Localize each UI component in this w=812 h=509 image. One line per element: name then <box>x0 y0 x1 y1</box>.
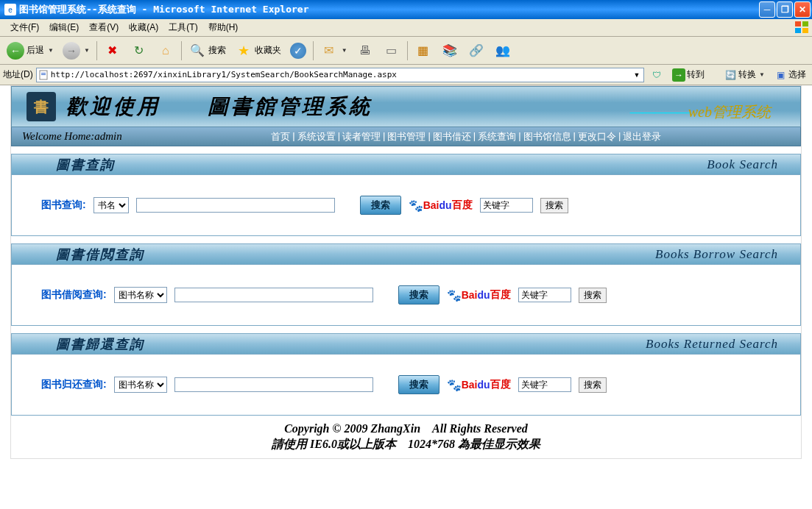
convert-label: 转换 <box>738 68 756 81</box>
section-title-en: Book Search <box>707 157 778 172</box>
tool-btn-1[interactable]: ▦ <box>411 40 436 62</box>
section-title-en: Books Returned Search <box>646 337 778 352</box>
borrow-search-input[interactable] <box>174 288 373 302</box>
welcome-text: Welcome Home:admin <box>12 130 133 143</box>
close-button[interactable]: ✕ <box>794 1 811 18</box>
windows-flag-icon <box>794 21 809 34</box>
return-search-type-select[interactable]: 图书名称 <box>114 377 167 393</box>
svg-rect-6 <box>41 74 46 75</box>
books-icon: 📚 <box>441 42 459 60</box>
select-button[interactable]: ▣ 选择 <box>771 68 809 82</box>
baidu-logo-icon: 🐾Baidu百度 <box>447 288 511 302</box>
baidu-keyword-input[interactable] <box>480 198 533 213</box>
baidu-search-button[interactable]: 搜索 <box>540 198 568 213</box>
chevron-down-icon: ▼ <box>48 47 54 54</box>
mail-button[interactable]: ✉▼ <box>317 40 351 62</box>
return-search-button[interactable]: 搜索 <box>398 375 439 394</box>
menu-bar: 文件(F) 编辑(E) 查看(V) 收藏(A) 工具(T) 帮助(H) <box>0 19 812 37</box>
section-title-cn: 圖書借閲查詢 <box>56 246 144 263</box>
separator <box>96 41 97 60</box>
nav-reader-manage[interactable]: 读者管理 <box>342 130 381 143</box>
tool-btn-3[interactable]: 🔗 <box>464 40 489 62</box>
main-nav: Welcome Home:admin 首页| 系统设置| 读者管理| 图书管理|… <box>11 127 801 146</box>
book-search-label: 图书查询: <box>41 199 86 212</box>
history-button[interactable]: ✓ <box>286 40 310 61</box>
page-icon: ▦ <box>414 42 432 60</box>
print-icon: 🖶 <box>356 42 374 60</box>
borrow-search-label: 图书借阅查询: <box>41 288 107 302</box>
svg-rect-0 <box>795 21 801 26</box>
baidu-search-button[interactable]: 搜索 <box>579 288 607 303</box>
menu-favorites[interactable]: 收藏(A) <box>124 20 163 35</box>
back-button[interactable]: ← 后退 ▼ <box>3 40 57 62</box>
nav-system-query[interactable]: 系统查询 <box>478 130 516 143</box>
nav-book-manage[interactable]: 图书管理 <box>387 130 426 143</box>
go-button[interactable]: → 转到 <box>669 68 707 82</box>
book-search-button[interactable]: 搜索 <box>360 196 401 215</box>
tool-btn-2[interactable]: 📚 <box>437 40 462 62</box>
address-input[interactable] <box>51 70 632 79</box>
baidu-search-button[interactable]: 搜索 <box>579 377 607 393</box>
convert-button[interactable]: 🔄 转换 ▼ <box>721 68 768 82</box>
favorites-label: 收藏夹 <box>255 44 281 57</box>
forward-button[interactable]: → ▼ <box>59 40 93 62</box>
nav-logout[interactable]: 退出登录 <box>623 130 661 143</box>
address-bar: 地址(D) ▼ 🛡 → 转到 🔄 转换 ▼ ▣ 选择 <box>0 65 812 85</box>
page-content-area: 書 歡迎使用 圖書館管理系統 —————web管理系统 Welcome Home… <box>0 85 812 509</box>
borrow-search-button[interactable]: 搜索 <box>398 285 439 305</box>
toolbar-search-button[interactable]: 🔍 搜索 <box>185 40 230 62</box>
menu-file[interactable]: 文件(F) <box>6 20 43 35</box>
nav-home[interactable]: 首页 <box>271 130 290 143</box>
menu-tools[interactable]: 工具(T) <box>164 20 202 35</box>
refresh-button[interactable]: ↻ <box>127 40 152 62</box>
minimize-button[interactable]: ─ <box>759 1 775 18</box>
separator <box>181 41 182 60</box>
maximize-button[interactable]: ❐ <box>777 1 793 18</box>
print-button[interactable]: 🖶 <box>353 40 378 62</box>
baidu-logo-icon: 🐾Baidu百度 <box>447 378 511 392</box>
svg-rect-2 <box>795 28 801 33</box>
baidu-logo-icon: 🐾Baidu百度 <box>409 199 473 213</box>
nav-library-info[interactable]: 图书馆信息 <box>523 130 571 143</box>
address-dropdown[interactable]: ▼ <box>632 71 642 79</box>
search-icon: 🔍 <box>188 42 206 60</box>
stop-button[interactable]: ✖ <box>100 40 125 62</box>
return-search-label: 图书归还查询: <box>41 378 107 391</box>
forward-icon: → <box>63 42 80 60</box>
window-title: 图书馆管理系统--系统查询 - Microsoft Internet Explo… <box>19 3 308 16</box>
menu-edit[interactable]: 编辑(E) <box>45 20 83 35</box>
home-button[interactable]: ⌂ <box>153 40 178 62</box>
menu-help[interactable]: 帮助(H) <box>204 20 243 35</box>
baidu-keyword-input[interactable] <box>518 377 571 392</box>
menu-view[interactable]: 查看(V) <box>85 20 123 35</box>
nav-book-lend[interactable]: 图书借还 <box>433 130 471 143</box>
baidu-keyword-input[interactable] <box>518 288 571 302</box>
toolbar-favorites-button[interactable]: ★ 收藏夹 <box>231 40 285 62</box>
stop-icon: ✖ <box>104 42 121 60</box>
search-label: 搜索 <box>208 44 226 57</box>
go-label: 转到 <box>687 68 705 81</box>
book-search-type-select[interactable]: 书名 <box>93 197 129 213</box>
svg-rect-3 <box>802 28 808 33</box>
messenger-icon: 👥 <box>494 42 512 60</box>
back-icon: ← <box>7 42 24 60</box>
select-label: 选择 <box>788 68 806 81</box>
nav-system-settings[interactable]: 系统设置 <box>297 130 336 143</box>
messenger-button[interactable]: 👥 <box>490 40 515 62</box>
link-icon: 🔗 <box>467 42 485 60</box>
chevron-down-icon: ▼ <box>342 47 347 54</box>
borrow-search-type-select[interactable]: 图书名称 <box>114 287 167 303</box>
shield-button[interactable]: 🛡 <box>647 68 666 82</box>
separator <box>313 41 314 60</box>
nav-change-password[interactable]: 更改口令 <box>578 130 616 143</box>
refresh-icon: ↻ <box>130 42 148 60</box>
page-banner: 書 歡迎使用 圖書館管理系統 —————web管理系统 <box>11 86 801 127</box>
return-search-input[interactable] <box>174 377 373 392</box>
go-icon: → <box>672 68 685 82</box>
shield-icon: 🛡 <box>650 68 663 82</box>
chevron-down-icon: ▼ <box>84 47 90 54</box>
book-search-input[interactable] <box>136 198 335 213</box>
edit-button[interactable]: ▭ <box>379 40 404 62</box>
address-input-wrap[interactable]: ▼ <box>36 68 644 82</box>
mail-icon: ✉ <box>320 42 338 60</box>
